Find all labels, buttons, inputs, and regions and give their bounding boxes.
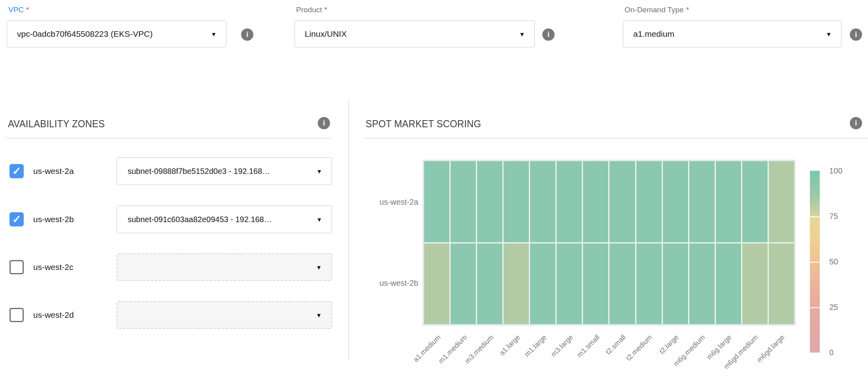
heatmap-cell-us-west-2b-m1.medium[interactable] xyxy=(451,243,476,324)
heatmap-cell-us-west-2b-m6gd.large[interactable] xyxy=(769,243,794,324)
required-star: * xyxy=(26,6,29,14)
check-icon: ✓ xyxy=(9,164,24,178)
heatmap-colorbar xyxy=(810,171,820,353)
chevron-down-icon: ▼ xyxy=(316,264,322,270)
heatmap-cell-us-west-2b-m6gd.medium[interactable] xyxy=(742,243,768,324)
heatmap-cell-us-west-2a-m3.large[interactable] xyxy=(557,161,582,242)
heatmap-xlabel-t2.large: t2.large xyxy=(658,333,680,356)
heatmap-cell-us-west-2b-a1.medium[interactable] xyxy=(424,243,449,324)
heatmap-cell-us-west-2a-m1.medium[interactable] xyxy=(451,161,476,242)
heatmap-cell-us-west-2a-t2.medium[interactable] xyxy=(636,161,662,242)
az-zone-label: us-west-2c xyxy=(33,253,74,281)
az-checkbox-us-west-2a[interactable]: ✓ xyxy=(9,164,24,178)
colorbar-tick-line xyxy=(810,216,820,217)
colorbar-tick-label-100: 100 xyxy=(829,166,842,175)
vpc-label: VPC* xyxy=(8,6,29,14)
heatmap-xlabel-t2.small: t2.small xyxy=(604,333,628,356)
product-info-icon[interactable]: i xyxy=(542,28,555,41)
az-checkbox-us-west-2d[interactable] xyxy=(9,308,24,322)
heatmap-xlabel-m1.small: m1.small xyxy=(575,333,601,359)
az-zone-label: us-west-2a xyxy=(33,157,74,185)
chevron-down-icon: ▼ xyxy=(826,31,832,37)
colorbar-tick-line xyxy=(810,262,820,263)
spot-scoring-heatmap xyxy=(423,160,796,326)
heatmap-cell-us-west-2a-t2.large[interactable] xyxy=(663,161,688,242)
az-subnet-select-us-west-2d[interactable]: ▼ xyxy=(117,301,332,329)
az-zone-label: us-west-2d xyxy=(33,301,74,329)
heatmap-cell-us-west-2b-m6g.large[interactable] xyxy=(716,243,741,324)
product-select[interactable]: Linux/UNIX ▼ xyxy=(294,21,535,47)
heatmap-ylabel-us-west-2b: us-west-2b xyxy=(355,279,418,288)
spot-market-scoring-divider xyxy=(364,138,868,138)
availability-zones-title: AVAILABILITY ZONES xyxy=(8,118,105,130)
heatmap-cell-us-west-2b-t2.large[interactable] xyxy=(663,243,688,324)
heatmap-cell-us-west-2b-m1.large[interactable] xyxy=(530,243,555,324)
heatmap-cell-us-west-2a-t2.small[interactable] xyxy=(609,161,635,242)
heatmap-cell-us-west-2a-m1.large[interactable] xyxy=(530,161,555,242)
az-subnet-value: subnet-09888f7be5152d0e3 - 192.168… xyxy=(128,158,270,185)
required-star: * xyxy=(686,6,689,14)
heatmap-cell-us-west-2a-m6g.large[interactable] xyxy=(716,161,741,242)
heatmap-xlabel-t2.medium: t2.medium xyxy=(625,333,654,362)
heatmap-cell-us-west-2a-m3.medium[interactable] xyxy=(477,161,502,242)
colorbar-tick-label-25: 25 xyxy=(829,303,838,312)
az-checkbox-us-west-2b[interactable]: ✓ xyxy=(9,212,24,226)
on-demand-type-info-icon[interactable]: i xyxy=(850,28,862,41)
heatmap-ylabel-us-west-2a: us-west-2a xyxy=(355,198,418,207)
product-label-text: Product xyxy=(296,6,322,14)
on-demand-type-select-value: a1.medium xyxy=(633,21,674,47)
az-row-us-west-2a: ✓us-west-2asubnet-09888f7be5152d0e3 - 19… xyxy=(9,157,332,185)
heatmap-cell-us-west-2b-m1.small[interactable] xyxy=(583,243,608,324)
panel-separator xyxy=(348,99,349,360)
az-row-us-west-2b: ✓us-west-2bsubnet-091c603aa82e09453 - 19… xyxy=(9,206,332,233)
heatmap-x-axis: a1.mediumm1.mediumm3.mediuma1.largem1.la… xyxy=(423,328,796,381)
heatmap-xlabel-m6gd.large: m6gd.large xyxy=(755,333,786,364)
chevron-down-icon: ▼ xyxy=(316,217,322,223)
heatmap-cell-us-west-2b-m3.large[interactable] xyxy=(557,243,582,324)
spot-config-page: VPC* vpc-0adcb70f645508223 (EKS-VPC) ▼ i… xyxy=(0,0,868,381)
az-checkbox-us-west-2c[interactable] xyxy=(9,260,24,274)
on-demand-type-label: On-Demand Type* xyxy=(625,6,689,14)
heatmap-cell-us-west-2b-t2.medium[interactable] xyxy=(636,243,662,324)
required-star: * xyxy=(324,6,327,14)
heatmap-cell-us-west-2b-t2.small[interactable] xyxy=(609,243,635,324)
az-zone-label: us-west-2b xyxy=(33,206,74,233)
chevron-down-icon: ▼ xyxy=(519,31,525,37)
heatmap-xlabel-a1.large: a1.large xyxy=(498,333,522,357)
heatmap-xlabel-m6g.large: m6g.large xyxy=(705,333,733,361)
az-subnet-select-us-west-2a[interactable]: subnet-09888f7be5152d0e3 - 192.168…▼ xyxy=(117,157,332,185)
vpc-info-icon[interactable]: i xyxy=(241,28,253,41)
az-subnet-select-us-west-2c[interactable]: ▼ xyxy=(117,253,332,281)
on-demand-type-label-text: On-Demand Type xyxy=(625,6,684,14)
heatmap-xlabel-m3.large: m3.large xyxy=(549,333,575,358)
heatmap-cell-us-west-2b-m6g.medium[interactable] xyxy=(689,243,715,324)
az-row-us-west-2d: us-west-2d▼ xyxy=(9,301,332,329)
heatmap-grid xyxy=(424,161,794,324)
heatmap-cell-us-west-2b-a1.large[interactable] xyxy=(504,243,529,324)
colorbar-tick-label-75: 75 xyxy=(829,212,838,221)
heatmap-xlabel-m1.large: m1.large xyxy=(523,333,548,358)
heatmap-cell-us-west-2a-a1.medium[interactable] xyxy=(424,161,449,242)
az-subnet-select-us-west-2b[interactable]: subnet-091c603aa82e09453 - 192.168…▼ xyxy=(117,206,332,233)
product-label: Product* xyxy=(296,6,327,14)
vpc-select-value: vpc-0adcb70f645508223 (EKS-VPC) xyxy=(17,21,153,47)
heatmap-cell-us-west-2a-a1.large[interactable] xyxy=(504,161,529,242)
heatmap-cell-us-west-2a-m1.small[interactable] xyxy=(583,161,608,242)
product-select-value: Linux/UNIX xyxy=(305,21,347,47)
vpc-select[interactable]: vpc-0adcb70f645508223 (EKS-VPC) ▼ xyxy=(7,21,226,47)
availability-zones-divider xyxy=(6,138,331,138)
availability-zones-info-icon[interactable]: i xyxy=(318,117,330,129)
colorbar-tick-label-50: 50 xyxy=(829,257,838,266)
chevron-down-icon: ▼ xyxy=(211,31,217,37)
vpc-label-text: VPC xyxy=(8,6,24,14)
heatmap-cell-us-west-2a-m6g.medium[interactable] xyxy=(689,161,715,242)
chevron-down-icon: ▼ xyxy=(316,312,322,318)
heatmap-cell-us-west-2a-m6gd.large[interactable] xyxy=(769,161,794,242)
az-subnet-value: subnet-091c603aa82e09453 - 192.168… xyxy=(128,206,272,233)
heatmap-cell-us-west-2b-m3.medium[interactable] xyxy=(477,243,502,324)
heatmap-cell-us-west-2a-m6gd.medium[interactable] xyxy=(742,161,768,242)
spot-market-scoring-info-icon[interactable]: i xyxy=(850,117,862,129)
check-icon: ✓ xyxy=(9,212,24,226)
on-demand-type-select[interactable]: a1.medium ▼ xyxy=(623,21,842,47)
colorbar-tick-label-0: 0 xyxy=(829,348,834,357)
